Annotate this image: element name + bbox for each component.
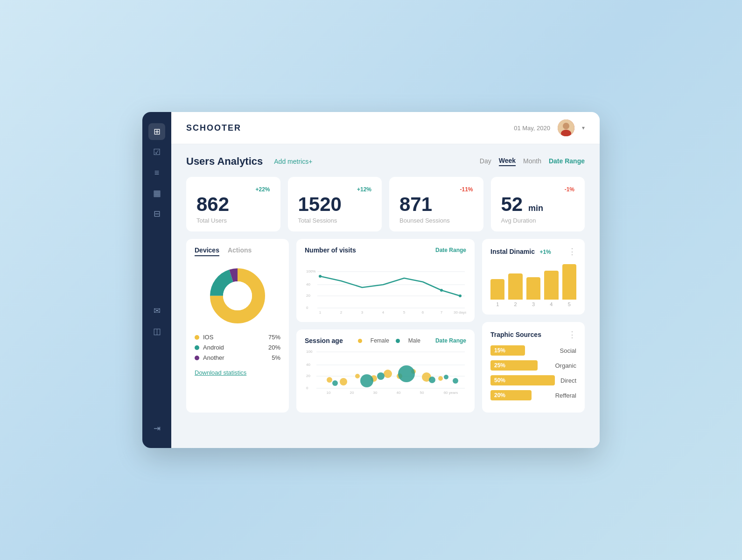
tab-devices[interactable]: Devices (195, 246, 219, 256)
svg-point-42 (438, 376, 443, 381)
filter-week[interactable]: Week (499, 157, 516, 166)
stat-change-users: +22% (196, 186, 270, 193)
traffic-sources-panel: Traphic Sources ⋮ 15% Social 25% (482, 322, 585, 413)
traffic-bar-social: 15% (490, 345, 525, 356)
svg-text:3: 3 (361, 310, 364, 315)
traffic-row-social: 15% Social (490, 345, 576, 356)
bar-label-5: 5 (562, 301, 576, 307)
visits-panel: Number of visits Date Range 100% 40 20 0 (296, 239, 475, 322)
svg-text:5: 5 (403, 310, 406, 315)
svg-point-48 (444, 375, 448, 379)
sidebar-icon-layers[interactable]: ⊟ (148, 205, 165, 222)
instal-dinamic-bar-labels: 1 2 3 4 5 (490, 301, 576, 307)
svg-text:40: 40 (397, 391, 401, 395)
svg-text:20: 20 (306, 294, 310, 298)
session-age-header: Session age Female Male Date Range (305, 337, 466, 344)
legend-name-android: Android (203, 344, 268, 351)
traffic-label-organic: Organic (555, 362, 576, 369)
legend-pct-android: 20% (268, 344, 280, 351)
instal-dinamic-menu[interactable]: ⋮ (568, 246, 576, 257)
svg-text:30: 30 (373, 391, 378, 395)
stat-card-bounced: -11% 871 Bounsed Sessions (389, 177, 483, 231)
avatar[interactable] (558, 119, 574, 136)
session-age-daterange[interactable]: Date Range (435, 337, 466, 344)
session-age-legend: Female Male (358, 337, 420, 344)
svg-text:6: 6 (422, 310, 424, 315)
sidebar-icon-grid[interactable]: ⊞ (148, 123, 165, 140)
bottom-grid: Devices Actions (186, 239, 585, 413)
sidebar-icon-checklist[interactable]: ☑ (148, 144, 165, 161)
svg-text:50: 50 (420, 391, 424, 395)
sidebar-icon-logout[interactable]: ⇥ (148, 420, 165, 437)
download-statistics-link[interactable]: Download statistics (195, 369, 280, 376)
legend-label-male: Male (408, 337, 420, 344)
legend-pct-another: 5% (272, 354, 280, 361)
legend-dot-another (195, 356, 199, 360)
legend-name-another: Another (203, 354, 272, 361)
traffic-pct-direct: 50% (494, 377, 505, 384)
avatar-chevron[interactable]: ▾ (582, 125, 585, 131)
svg-text:100%: 100% (306, 269, 315, 273)
sidebar-icon-chart[interactable]: ▦ (148, 185, 165, 202)
svg-point-15 (319, 275, 322, 278)
traffic-row-refferal: 20% Refferal (490, 390, 576, 400)
svg-point-46 (398, 365, 415, 382)
svg-point-45 (377, 372, 385, 380)
svg-point-47 (429, 377, 435, 383)
session-age-title: Session age (305, 337, 343, 344)
session-age-panel: Session age Female Male Date Range (296, 329, 475, 413)
svg-point-17 (459, 294, 462, 297)
traffic-bar-refferal: 20% (490, 390, 532, 400)
stat-value-duration: 52 min (501, 195, 575, 214)
time-filters: Day Week Month Date Range (480, 157, 585, 166)
tab-actions[interactable]: Actions (228, 246, 252, 256)
legend-another: Another 5% (195, 354, 280, 361)
svg-text:10: 10 (327, 391, 331, 395)
sidebar-icon-document[interactable]: ≡ (148, 164, 165, 181)
stat-change-sessions: +12% (298, 186, 372, 193)
traffic-pct-organic: 25% (494, 362, 505, 369)
visits-chart-title: Number of visits (305, 246, 356, 254)
svg-point-38 (384, 370, 392, 378)
traffic-row-direct: 50% Direct (490, 375, 576, 385)
svg-text:0: 0 (306, 306, 308, 310)
traffic-label-refferal: Refferal (555, 392, 576, 399)
svg-text:2: 2 (340, 310, 343, 315)
sidebar-icon-mail[interactable]: ✉ (148, 302, 165, 319)
stat-value-sessions: 1520 (298, 195, 372, 214)
bar-3 (526, 277, 540, 300)
svg-text:40: 40 (306, 282, 310, 287)
svg-text:20: 20 (306, 374, 310, 378)
svg-point-44 (360, 374, 373, 387)
traffic-pct-refferal: 20% (494, 392, 505, 399)
traffic-bar-direct: 50% (490, 375, 555, 385)
topbar-date: 01 May, 2020 (514, 125, 550, 132)
stat-card-duration: -1% 52 min Avg Duration (491, 177, 585, 231)
visits-chart-area: 100% 40 20 0 (305, 258, 466, 315)
legend-circle-male (396, 339, 400, 343)
traffic-bar-organic: 25% (490, 360, 538, 371)
traffic-row-organic: 25% Organic (490, 360, 576, 371)
svg-point-49 (453, 378, 458, 384)
filter-daterange[interactable]: Date Range (549, 157, 585, 166)
filter-day[interactable]: Day (480, 157, 491, 166)
svg-text:30 days: 30 days (454, 310, 466, 315)
legend-dot-ios (195, 335, 199, 340)
bar-label-1: 1 (490, 301, 504, 307)
svg-text:0: 0 (306, 386, 308, 390)
logo: SCHOOTER (186, 123, 241, 133)
stat-card-total-sessions: +12% 1520 Total Sessions (288, 177, 382, 231)
add-metrics-button[interactable]: Add metrics+ (274, 158, 312, 165)
sidebar-icon-file[interactable]: ◫ (148, 323, 165, 340)
topbar: SCHOOTER 01 May, 2020 ▾ (171, 112, 600, 144)
bar-5 (562, 264, 576, 300)
filter-month[interactable]: Month (523, 157, 541, 166)
stat-change-duration: -1% (501, 186, 575, 193)
stat-value-users: 862 (196, 195, 270, 214)
sidebar: ⊞ ☑ ≡ ▦ ⊟ ✉ ◫ ⇥ (142, 112, 171, 448)
svg-text:7: 7 (441, 310, 443, 315)
traffic-sources-menu[interactable]: ⋮ (568, 329, 576, 340)
visits-daterange[interactable]: Date Range (435, 247, 466, 253)
traffic-label-social: Social (560, 347, 576, 354)
devices-panel: Devices Actions (186, 239, 289, 413)
